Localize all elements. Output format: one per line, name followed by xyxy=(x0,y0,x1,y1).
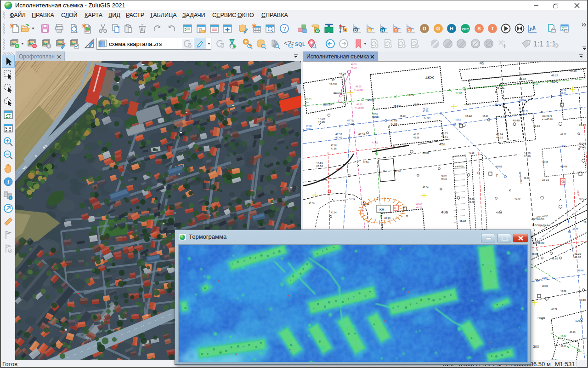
svg-text:4КЖ: 4КЖ xyxy=(425,75,434,80)
svg-text:48.61: 48.61 xyxy=(441,135,448,138)
svg-text:49.23: 49.23 xyxy=(551,74,559,77)
svg-text:КН: КН xyxy=(379,207,384,212)
svg-text:47.39: 47.39 xyxy=(318,117,325,120)
svg-text:47.59: 47.59 xyxy=(316,161,323,164)
svg-text:48.20: 48.20 xyxy=(351,63,357,66)
svg-text:45: 45 xyxy=(480,62,484,65)
svg-text:48.94: 48.94 xyxy=(441,174,447,177)
svg-text:47.94: 47.94 xyxy=(331,211,337,214)
svg-text:48.38: 48.38 xyxy=(339,72,346,75)
svg-text:47.88: 47.88 xyxy=(456,92,462,94)
svg-text:ЭКХ: ЭКХ xyxy=(533,345,539,348)
svg-text:59.49а: 59.49а xyxy=(496,87,505,90)
svg-text:к-жб09: к-жб09 xyxy=(455,165,464,168)
svg-text:48.87*: 48.87* xyxy=(393,104,401,107)
svg-text:48.34: 48.34 xyxy=(482,115,488,117)
svg-text:ТП: ТП xyxy=(382,169,386,172)
svg-text:Д160: Д160 xyxy=(542,276,548,279)
svg-text:H: H xyxy=(450,26,453,31)
svg-text:47.26: 47.26 xyxy=(524,155,531,157)
svg-text:49.49: 49.49 xyxy=(542,179,549,182)
svg-text:47.42: 47.42 xyxy=(335,136,343,139)
svg-text:45а: 45а xyxy=(439,142,446,146)
svg-text:T: T xyxy=(395,28,397,33)
svg-text:47.68: 47.68 xyxy=(390,119,398,122)
svg-text:49.41: 49.41 xyxy=(579,197,585,200)
svg-text:49.48: 49.48 xyxy=(542,161,548,163)
svg-text:план: план xyxy=(306,127,311,130)
svg-text:48.89: 48.89 xyxy=(537,242,545,244)
svg-text:47.62: 47.62 xyxy=(395,170,401,172)
svg-text:48.92: 48.92 xyxy=(372,115,378,118)
svg-text:4КЖ: 4КЖ xyxy=(549,79,558,84)
svg-text:49.36: 49.36 xyxy=(570,69,577,72)
svg-text:47.51: 47.51 xyxy=(363,161,369,163)
svg-text:48.89: 48.89 xyxy=(542,285,548,288)
svg-text:ПЛОЩАДКА: ПЛОЩАДКА xyxy=(532,224,548,227)
svg-text:47.41: 47.41 xyxy=(349,197,355,200)
svg-text:48.80: 48.80 xyxy=(560,334,566,337)
svg-text:пэнб0: пэнб0 xyxy=(464,103,470,106)
svg-text:в.пм45.46: в.пм45.46 xyxy=(542,118,553,121)
svg-text:48.98: 48.98 xyxy=(459,219,467,222)
svg-text:SQL: SQL xyxy=(295,41,305,47)
svg-text:48.74: 48.74 xyxy=(535,278,542,281)
svg-text:48.46: 48.46 xyxy=(570,331,576,334)
svg-text:ПЭ63: ПЭ63 xyxy=(455,118,461,121)
svg-text:48.30: 48.30 xyxy=(356,103,362,106)
svg-text:48.77: 48.77 xyxy=(572,228,578,230)
svg-text:47.25зак: 47.25зак xyxy=(355,106,364,109)
svg-text:48.44: 48.44 xyxy=(363,203,369,206)
svg-text:мусор: мусор xyxy=(423,151,429,154)
svg-text:48.25: 48.25 xyxy=(413,133,419,136)
svg-text:48.83: 48.83 xyxy=(368,99,375,102)
svg-text:49.03: 49.03 xyxy=(532,82,538,85)
svg-text:ЗКЖ: ЗКЖ xyxy=(537,316,545,320)
svg-text:47.64: 47.64 xyxy=(424,116,431,119)
svg-text:S: S xyxy=(477,26,481,31)
svg-text:49.40: 49.40 xyxy=(513,119,520,122)
svg-text:D: D xyxy=(354,28,357,33)
svg-text:48.25: 48.25 xyxy=(356,85,362,88)
svg-text:Д=150: Д=150 xyxy=(519,99,526,102)
svg-text:47: 47 xyxy=(332,79,335,81)
svg-text:49.22: 49.22 xyxy=(560,133,566,136)
svg-text:46.76: 46.76 xyxy=(416,206,422,209)
svg-text:H: H xyxy=(381,28,384,33)
svg-text:47.36: 47.36 xyxy=(309,202,315,205)
svg-text:48.74: 48.74 xyxy=(551,308,557,310)
svg-text:49.16: 49.16 xyxy=(441,178,447,180)
svg-text:T: T xyxy=(491,26,494,31)
svg-text:48.40к: 48.40к xyxy=(329,82,337,85)
svg-text:лмн45.76: лмн45.76 xyxy=(542,115,552,117)
svg-text:48.92: 48.92 xyxy=(465,115,472,117)
svg-text:47.53: 47.53 xyxy=(335,133,343,136)
svg-text:49.03: 49.03 xyxy=(496,165,502,168)
svg-text:49.26: 49.26 xyxy=(496,211,502,214)
svg-text:48.87: 48.87 xyxy=(531,253,539,255)
svg-text:Школа: Школа xyxy=(334,92,342,94)
svg-text:48.90: 48.90 xyxy=(400,115,406,117)
svg-text:48.85: 48.85 xyxy=(551,257,559,260)
svg-text:49.34: 49.34 xyxy=(579,142,585,145)
svg-text:пэ-169: пэ-169 xyxy=(559,145,565,148)
svg-text:45.96: 45.96 xyxy=(423,110,429,113)
svg-text:47.21зак: 47.21зак xyxy=(354,88,363,91)
svg-text:47.75: 47.75 xyxy=(347,119,353,122)
svg-text:G: G xyxy=(368,28,371,33)
svg-text:47.56: 47.56 xyxy=(331,147,337,150)
svg-text:?: ? xyxy=(283,25,286,32)
svg-text:48.88: 48.88 xyxy=(469,197,475,200)
svg-text:47.56: 47.56 xyxy=(316,165,323,167)
svg-text:49.49: 49.49 xyxy=(514,197,520,200)
svg-text:49.22: 49.22 xyxy=(579,145,585,148)
svg-text:S: S xyxy=(408,28,411,33)
svg-text:48.46: 48.46 xyxy=(578,269,584,272)
svg-text:48.85: 48.85 xyxy=(560,289,566,292)
svg-text:46.44: 46.44 xyxy=(560,92,566,94)
svg-text:47.56: 47.56 xyxy=(390,122,398,125)
svg-text:43а: 43а xyxy=(441,210,448,214)
svg-text:124А: 124А xyxy=(575,319,583,322)
svg-text:46.29: 46.29 xyxy=(351,66,357,69)
svg-text:47.68: 47.68 xyxy=(331,144,337,147)
